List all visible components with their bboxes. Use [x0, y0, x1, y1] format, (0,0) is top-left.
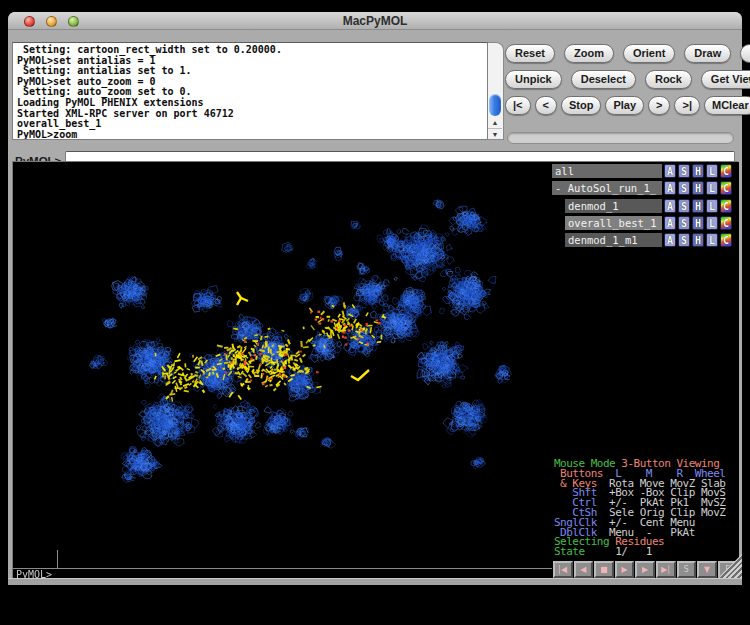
button-row-3: |<<StopPlay>>|MClear: [505, 96, 738, 115]
object-overall_best_1-button-l[interactable]: L: [706, 216, 718, 230]
object-denmod_1_m1-button-s[interactable]: S: [678, 233, 690, 247]
object-name-AutoSol_run_1_[interactable]: - AutoSol_run_1_: [552, 181, 662, 195]
frame-stop-button[interactable]: ■: [594, 561, 614, 578]
object-row-overall_best_1: overall_best_1ASHLC: [552, 216, 739, 230]
object-row-denmod_1: denmod_1ASHLC: [552, 199, 739, 213]
reset-button[interactable]: Reset: [505, 44, 555, 63]
frame-play-button[interactable]: ▶: [615, 561, 635, 578]
button-row-2: UnpickDeselectRockGet View: [505, 70, 738, 89]
object-denmod_1_m1-button-h[interactable]: H: [692, 233, 704, 247]
object-denmod_1_m1-button-l[interactable]: L: [706, 233, 718, 247]
fullscreen-toggle-button[interactable]: ▼: [697, 561, 717, 578]
log-line: PyMOL>zoom: [17, 130, 487, 140]
object-denmod_1-button-a[interactable]: A: [664, 199, 676, 213]
object-all-button-l[interactable]: L: [706, 164, 718, 178]
object-overall_best_1-button-c[interactable]: C: [720, 216, 732, 230]
frame-forward-button[interactable]: ▶: [635, 561, 655, 578]
mouse-panel-text: State: [554, 545, 585, 558]
draw-button[interactable]: Draw: [684, 44, 731, 63]
object-AutoSol_run_1_-button-l[interactable]: L: [706, 181, 718, 195]
mclear-button[interactable]: MClear: [704, 96, 750, 115]
object-name-overall_best_1[interactable]: overall_best_1: [565, 216, 662, 230]
object-row-denmod_1_m1: denmod_1_m1ASHLC: [552, 233, 739, 247]
log-scrollbar[interactable]: ▲ ▼: [488, 42, 504, 140]
scrollbar-thumb[interactable]: [489, 94, 501, 116]
scene-button[interactable]: S: [677, 561, 697, 578]
button-row-1: ResetZoomOrientDrawRay: [505, 44, 738, 63]
ray-button[interactable]: Ray: [740, 44, 750, 63]
upper-pane: Setting: cartoon_rect_width set to 0.200…: [8, 30, 742, 173]
object-name-denmod_1_m1[interactable]: denmod_1_m1: [565, 233, 662, 247]
frame-vcr-controls: |◀◀■▶▶▶|S▼F: [553, 561, 737, 578]
object-overall_best_1-button-a[interactable]: A: [664, 216, 676, 230]
object-AutoSol_run_1_-button-a[interactable]: A: [664, 181, 676, 195]
movie-forward-button[interactable]: >: [648, 96, 670, 115]
object-AutoSol_run_1_-button-s[interactable]: S: [678, 181, 690, 195]
object-overall_best_1-button-s[interactable]: S: [678, 216, 690, 230]
log-line: overall_best_1: [17, 119, 487, 130]
molecular-canvas[interactable]: [13, 162, 552, 579]
state-line[interactable]: State 1/ 1: [554, 547, 725, 557]
movie-first-button[interactable]: |<: [505, 96, 531, 115]
control-buttons: ResetZoomOrientDrawRay UnpickDeselectRoc…: [505, 44, 738, 122]
movie-back-button[interactable]: <: [535, 96, 557, 115]
movie-stop-button[interactable]: Stop: [561, 96, 601, 115]
window-bottom-frame: [8, 578, 742, 585]
feedback-log: Setting: cartoon_rect_width set to 0.200…: [12, 42, 488, 140]
deselect-button[interactable]: Deselect: [571, 70, 636, 89]
mouse-mode-panel: Mouse Mode 3-Button Viewing Buttons L M …: [554, 459, 725, 557]
prompt-separator: [13, 568, 552, 569]
gl-viewport: PyMOL>_ allASHLC- AutoSol_run_1_ASHLCden…: [12, 161, 738, 578]
prompt-frame-tick: [57, 550, 58, 568]
object-all-button-h[interactable]: H: [692, 164, 704, 178]
object-all-button-c[interactable]: C: [720, 164, 732, 178]
object-row-AutoSol_run_1_: - AutoSol_run_1_ASHLC: [552, 181, 739, 195]
scroll-down-icon[interactable]: ▼: [488, 128, 502, 139]
object-row-all: allASHLC: [552, 164, 739, 178]
object-AutoSol_run_1_-button-h[interactable]: H: [692, 181, 704, 195]
movie-play-button[interactable]: Play: [605, 96, 644, 115]
object-denmod_1-button-h[interactable]: H: [692, 199, 704, 213]
object-name-all[interactable]: all: [552, 164, 662, 178]
log-line: Loading PyMOL PHENIX extensions: [17, 98, 487, 109]
object-AutoSol_run_1_-button-c[interactable]: C: [720, 181, 732, 195]
window-title: MacPyMOL: [8, 14, 742, 28]
frame-last-button[interactable]: ▶|: [656, 561, 676, 578]
rock-button[interactable]: Rock: [645, 70, 692, 89]
orient-button[interactable]: Orient: [623, 44, 675, 63]
frame-back-button[interactable]: ◀: [574, 561, 594, 578]
movie-frame-slider[interactable]: [507, 132, 734, 144]
unpick-button[interactable]: Unpick: [505, 70, 562, 89]
frame-first-button[interactable]: |◀: [553, 561, 573, 578]
get-view-button[interactable]: Get View: [701, 70, 750, 89]
object-denmod_1_m1-button-c[interactable]: C: [720, 233, 732, 247]
scroll-up-icon[interactable]: ▲: [488, 117, 502, 128]
title-bar[interactable]: MacPyMOL: [8, 12, 742, 30]
log-line: Setting: cartoon_rect_width set to 0.200…: [17, 45, 487, 56]
object-all-button-a[interactable]: A: [664, 164, 676, 178]
internal-gui-panel: allASHLC- AutoSol_run_1_ASHLCdenmod_1ASH…: [552, 162, 739, 579]
macpymol-window: MacPyMOL Setting: cartoon_rect_width set…: [8, 12, 742, 585]
mouse-panel-text: 1/ 1: [585, 545, 652, 558]
object-overall_best_1-button-h[interactable]: H: [692, 216, 704, 230]
object-all-button-s[interactable]: S: [678, 164, 690, 178]
object-name-denmod_1[interactable]: denmod_1: [565, 199, 662, 213]
zoom-button[interactable]: Zoom: [564, 44, 614, 63]
movie-last-button[interactable]: >|: [674, 96, 700, 115]
object-denmod_1-button-c[interactable]: C: [720, 199, 732, 213]
object-denmod_1-button-s[interactable]: S: [678, 199, 690, 213]
object-denmod_1-button-l[interactable]: L: [706, 199, 718, 213]
object-denmod_1_m1-button-a[interactable]: A: [664, 233, 676, 247]
